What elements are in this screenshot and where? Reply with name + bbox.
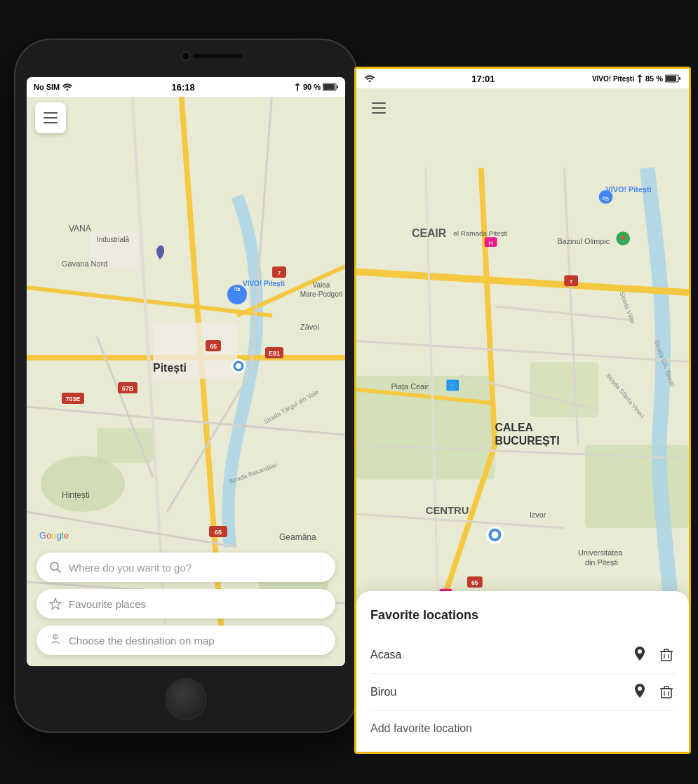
time-left: 16:18 — [171, 82, 194, 93]
person-location-icon — [49, 634, 62, 647]
svg-text:BUCUREȘTI: BUCUREȘTI — [495, 435, 560, 447]
svg-text:Pitești: Pitești — [153, 362, 187, 374]
google-e: e — [64, 530, 69, 541]
svg-text:🛍: 🛍 — [603, 195, 609, 202]
wifi-icon-right — [365, 75, 375, 82]
svg-text:Bazinul Olimpic: Bazinul Olimpic — [557, 237, 610, 245]
fav-places-box[interactable]: Favourite places — [36, 589, 335, 619]
hamburger-button-left[interactable] — [35, 102, 66, 133]
google-o2: o — [51, 530, 56, 541]
trash-icon-birou[interactable] — [658, 684, 675, 701]
search-box[interactable]: Where do you want to go? — [36, 553, 335, 582]
google-g2: g — [57, 530, 62, 541]
fav-item-acasa-actions — [631, 647, 675, 663]
status-bar-right: 17:01 VIVO! Pitești 85 % — [356, 69, 689, 88]
status-right-right-group: VIVO! Pitești 85 % — [592, 74, 680, 83]
svg-text:Gavana Nord: Gavana Nord — [62, 259, 107, 268]
pin-svg-acasa — [633, 647, 647, 663]
trash-svg-birou — [660, 685, 673, 699]
svg-text:CALEA: CALEA — [495, 421, 533, 433]
svg-text:Industrială: Industrială — [97, 236, 130, 243]
svg-point-113 — [638, 687, 642, 691]
svg-text:din Pitești: din Pitești — [585, 558, 618, 567]
svg-text:Hințești: Hințești — [62, 490, 90, 500]
svg-text:Mare-Podgori: Mare-Podgori — [300, 290, 343, 298]
svg-text:🛒: 🛒 — [449, 381, 457, 390]
battery-label-left: 90 % — [303, 83, 321, 91]
add-fav-label: Add favorite location — [370, 722, 472, 734]
fav-item-birou: Birou — [370, 674, 675, 711]
svg-text:CENTRU: CENTRU — [426, 505, 469, 516]
svg-rect-106 — [662, 651, 671, 661]
battery-label-right: 85 % — [645, 74, 663, 83]
trash-svg-acasa — [660, 648, 673, 662]
fav-item-birou-actions — [631, 684, 675, 701]
svg-text:VANA: VANA — [69, 224, 91, 234]
fav-locations-panel: Favorite locations Acasa — [356, 591, 689, 752]
fav-item-acasa-label: Acasa — [370, 649, 401, 661]
phone-right: 17:01 VIVO! Pitești 85 % — [354, 67, 691, 754]
svg-text:E81: E81 — [269, 350, 280, 357]
svg-text:Geamâna: Geamâna — [279, 532, 316, 542]
time-right: 17:01 — [471, 74, 495, 84]
svg-text:CEAIR: CEAIR — [412, 227, 447, 239]
status-right-left: 90 % — [294, 83, 338, 91]
search-icon — [49, 561, 62, 574]
hamburger-line-1 — [43, 112, 58, 114]
svg-text:Piața Ceair: Piața Ceair — [391, 382, 429, 391]
svg-rect-2 — [323, 84, 335, 90]
fav-places-label: Favourite places — [69, 598, 146, 610]
carrier-right: VIVO! Pitești — [592, 75, 634, 83]
svg-text:7: 7 — [570, 278, 573, 285]
phone-left: No SIM 16:18 90 % — [14, 39, 358, 733]
svg-point-0 — [67, 89, 69, 91]
wifi-icon — [62, 83, 72, 90]
hamburger-button-right[interactable] — [365, 94, 393, 122]
svg-text:H: H — [488, 240, 492, 247]
svg-text:Valea: Valea — [313, 281, 330, 289]
search-placeholder: Where do you want to go? — [69, 562, 192, 574]
fav-panel-title: Favorite locations — [370, 608, 675, 623]
svg-point-55 — [369, 81, 371, 83]
svg-text:67B: 67B — [122, 385, 134, 392]
hamburger-line-r2 — [372, 107, 386, 109]
home-button[interactable] — [165, 678, 207, 720]
battery-icon-left — [323, 83, 338, 91]
svg-text:VIVO! Pitești: VIVO! Pitești — [606, 185, 652, 194]
svg-line-51 — [58, 569, 61, 573]
trash-icon-acasa[interactable] — [658, 647, 675, 663]
svg-text:el Ramada Pitești: el Ramada Pitești — [453, 229, 507, 237]
screen-left: No SIM 16:18 90 % — [27, 77, 345, 666]
google-logo-left: Google — [39, 529, 69, 541]
add-fav-button[interactable]: Add favorite location — [370, 711, 675, 738]
svg-point-97 — [492, 532, 499, 539]
svg-text:65: 65 — [215, 529, 222, 536]
svg-rect-57 — [666, 76, 676, 81]
hamburger-line-r3 — [372, 112, 386, 114]
svg-point-105 — [638, 649, 642, 654]
fav-item-birou-label: Birou — [370, 686, 396, 698]
svg-text:🛍: 🛍 — [234, 285, 241, 292]
hamburger-line-2 — [43, 117, 58, 119]
hamburger-line-r1 — [372, 102, 386, 104]
star-icon — [49, 597, 62, 610]
bottom-panel-left: Where do you want to go? Favourite place… — [27, 544, 345, 666]
pin-svg-birou — [633, 684, 647, 701]
svg-text:Universitatea: Universitatea — [578, 548, 623, 557]
speaker — [193, 54, 242, 58]
dest-on-map-box[interactable]: Choose the destination on map — [36, 626, 335, 655]
pin-icon-acasa[interactable] — [631, 647, 648, 663]
pin-icon-birou[interactable] — [631, 684, 648, 701]
svg-marker-52 — [50, 598, 61, 609]
svg-text:Izvor: Izvor — [530, 511, 546, 519]
svg-point-47 — [236, 363, 241, 369]
svg-rect-3 — [337, 86, 338, 88]
svg-point-54 — [55, 636, 56, 637]
fav-item-acasa: Acasa — [370, 637, 675, 674]
hamburger-line-3 — [43, 122, 58, 123]
status-right-left-group — [365, 75, 375, 82]
status-left-carrier-wifi: No SIM — [34, 83, 72, 91]
svg-point-5 — [41, 456, 125, 512]
camera — [181, 51, 191, 61]
svg-text:7: 7 — [278, 270, 281, 276]
